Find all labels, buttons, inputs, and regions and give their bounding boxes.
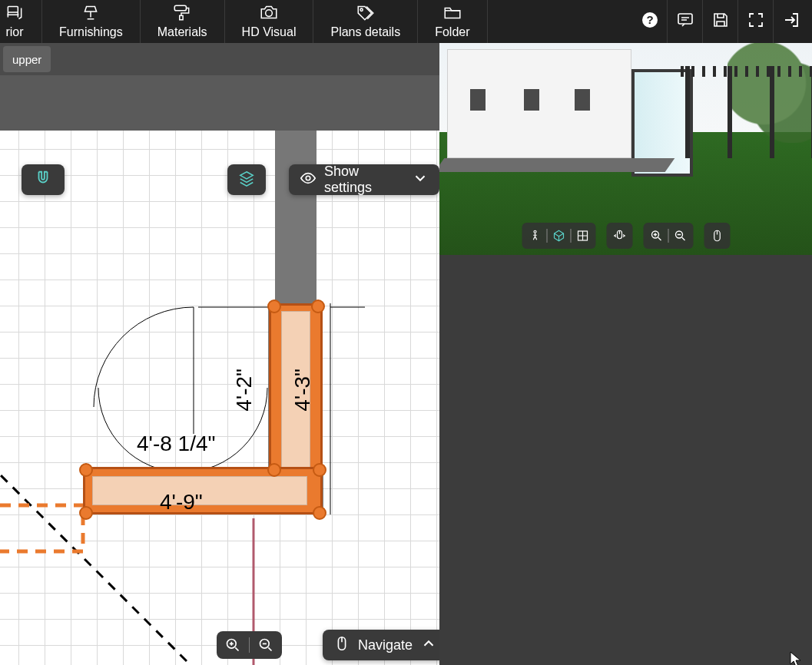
zoom-out-button[interactable] (254, 637, 277, 653)
tab-folder[interactable]: Folder (418, 0, 487, 43)
wall-handle[interactable] (79, 506, 93, 520)
mouse-mode-group (704, 223, 730, 249)
dimension-right-v[interactable]: 4'-3" (290, 369, 315, 412)
walkthrough-button[interactable] (528, 229, 542, 243)
help-button[interactable]: ? (632, 0, 668, 43)
fullscreen-icon (747, 11, 765, 32)
wall-handle[interactable] (313, 506, 326, 520)
wall-handle[interactable] (267, 463, 281, 477)
svg-text:?: ? (646, 13, 653, 26)
svg-rect-0 (8, 6, 18, 12)
camera-icon (259, 4, 279, 24)
top-right-icons: ? (632, 0, 812, 43)
floor-chip[interactable]: upper (3, 46, 51, 72)
tab-exterior[interactable]: rior (0, 0, 42, 43)
show-settings-label: Show settings (324, 164, 404, 196)
tab-furnishings[interactable]: Furnishings (42, 0, 141, 43)
zoom-out-3d-button[interactable] (673, 229, 687, 243)
svg-point-12 (534, 230, 536, 233)
zoom-in-3d-button[interactable] (649, 229, 663, 243)
comment-icon (676, 11, 694, 32)
svg-rect-1 (174, 5, 186, 11)
tab-label: Materials (157, 25, 207, 39)
toolbar-3d (522, 223, 730, 249)
plan-2d-viewport[interactable]: 4'-8 1/4" 4'-9" 4'-2" 4'-3" Show setting… (0, 131, 439, 665)
svg-point-8 (306, 176, 310, 180)
roller-icon (172, 4, 192, 24)
navigate-button[interactable]: Navigate (323, 630, 439, 660)
top-toolbar: rior Furnishings Materials HD Visual Pla… (0, 0, 812, 43)
magnet-icon (35, 170, 51, 190)
save-button[interactable] (703, 0, 738, 43)
orbit-button[interactable] (552, 229, 565, 243)
wall-handle[interactable] (79, 463, 93, 477)
layers-icon (238, 170, 255, 190)
help-icon: ? (641, 11, 659, 32)
tags-icon (356, 4, 376, 24)
svg-rect-2 (180, 15, 183, 19)
panel-3d-viewport[interactable] (439, 43, 812, 255)
dimension-top-h[interactable]: 4'-8 1/4" (137, 432, 215, 456)
tab-plans-details[interactable]: Plans details (313, 0, 418, 43)
panel-3d-empty (439, 255, 812, 665)
tab-label: Furnishings (59, 25, 123, 39)
wall-handle[interactable] (267, 299, 281, 313)
chevron-down-icon (412, 170, 429, 190)
tab-materials[interactable]: Materials (141, 0, 225, 43)
svg-rect-7 (678, 14, 692, 24)
view-mode-group (522, 223, 595, 249)
fullscreen-button[interactable] (738, 0, 774, 43)
zoom-3d-group (643, 223, 693, 249)
existing-wall (275, 131, 317, 307)
tab-label: HD Visual (242, 25, 297, 39)
folder-icon (442, 4, 462, 24)
plan-overlay (0, 131, 439, 665)
chair-icon (5, 4, 25, 24)
plan3d-button[interactable] (575, 229, 589, 243)
comment-button[interactable] (668, 0, 703, 43)
tab-label: rior (5, 25, 23, 39)
floor-subbar: upper (0, 43, 439, 75)
dimension-bottom-h[interactable]: 4'-9" (160, 490, 203, 514)
pan-group (606, 223, 632, 249)
exit-button[interactable] (774, 0, 809, 43)
subbar-lower-strip (0, 75, 439, 131)
tab-hd-visual[interactable]: HD Visual (225, 0, 314, 43)
separator (249, 637, 250, 653)
svg-point-4 (360, 8, 363, 11)
svg-point-3 (266, 10, 273, 17)
zoom-in-button[interactable] (221, 637, 244, 653)
mouse-mode-button[interactable] (710, 229, 724, 243)
exit-icon (782, 11, 800, 32)
dimension-left-v[interactable]: 4'-2" (232, 369, 257, 412)
chevron-up-icon (420, 635, 437, 656)
layers-toggle[interactable] (227, 164, 266, 195)
tab-label: Folder (435, 25, 469, 39)
wall-handle[interactable] (313, 463, 326, 477)
navigate-label: Navigate (358, 637, 413, 653)
floor-chip-label: upper (12, 53, 41, 66)
main-tabs: rior Furnishings Materials HD Visual Pla… (0, 0, 488, 43)
show-settings-button[interactable]: Show settings (289, 164, 439, 195)
tab-label: Plans details (330, 25, 400, 39)
zoom-controls-2d (217, 631, 282, 659)
snap-toggle[interactable] (22, 164, 65, 195)
wall-handle[interactable] (311, 299, 325, 313)
eye-icon (300, 170, 317, 190)
mouse-icon (333, 635, 350, 656)
cursor-icon (790, 651, 802, 665)
save-icon (711, 11, 730, 32)
pan-button[interactable] (612, 229, 626, 243)
lamp-icon (81, 4, 101, 24)
